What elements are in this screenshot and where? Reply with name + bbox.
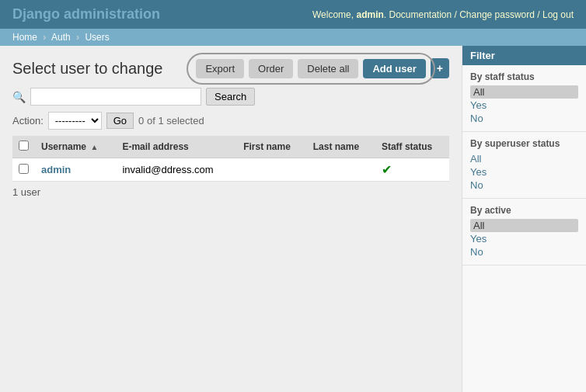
filter-title: Filter [462,46,586,65]
content-wrapper: Select user to change Export Order Delet… [0,46,586,392]
col-header-checkbox [12,136,35,158]
breadcrumb-current: Users [85,32,109,43]
admin-username-link[interactable]: admin [356,9,383,20]
col-header-username[interactable]: Username ▲ [35,136,116,158]
change-password-link[interactable]: Change password [459,9,535,20]
go-button[interactable]: Go [106,113,134,129]
main-content: Select user to change Export Order Delet… [0,46,462,392]
row-lastname-cell [307,158,375,182]
col-header-firstname: First name [237,136,307,158]
export-button[interactable]: Export [196,59,244,78]
filter-staff-yes[interactable]: Yes [470,99,578,112]
logout-link[interactable]: Log out [542,9,574,20]
filter-staff-no[interactable]: No [470,112,578,125]
search-input[interactable] [30,88,201,106]
plus-button[interactable]: + [431,58,449,78]
action-label: Action: [12,115,44,127]
col-header-email: E-mail address [116,136,237,158]
table-body: admin invalid@ddress.com ✔ [12,158,449,182]
breadcrumbs: Home › Auth › Users [0,29,586,46]
header-right: Welcome, admin. Documentation / Change p… [312,9,574,20]
action-select[interactable]: --------- [48,112,102,130]
table-header-row: Username ▲ E-mail address First name Las… [12,136,449,158]
breadcrumb-auth[interactable]: Auth [51,32,71,43]
email-value: invalid@ddress.com [122,164,213,175]
row-firstname-cell [237,158,307,182]
username-link[interactable]: admin [41,164,71,175]
action-bar: Action: --------- Go 0 of 1 selected [12,112,449,130]
filter-active-all[interactable]: All [470,219,578,232]
sidebar: Filter By staff status All Yes No By sup… [462,46,586,392]
row-staffstatus-cell: ✔ [375,158,449,182]
page-title: Select user to change [12,60,162,78]
filter-section-staff-title: By staff status [470,71,578,82]
button-highlight-group: Export Order Delete all Add user [196,59,425,78]
breadcrumb-separator-2: › [76,32,79,43]
row-username-cell: admin [35,158,116,182]
filter-superuser-yes[interactable]: Yes [470,165,578,179]
search-bar: 🔍 Search [12,88,449,106]
filter-section-active-title: By active [470,205,578,216]
staff-status-icon: ✔ [382,163,392,176]
result-count: 1 user [12,182,449,203]
select-all-checkbox[interactable] [19,140,29,151]
col-header-staffstatus: Staff status [375,136,449,158]
header: Django administration Welcome, admin. Do… [0,0,586,29]
page-header: Select user to change Export Order Delet… [12,58,449,78]
filter-active-no[interactable]: No [470,245,578,258]
action-buttons: Export Order Delete all Add user + [196,58,449,78]
filter-active-yes[interactable]: Yes [470,232,578,245]
row-checkbox-cell [12,158,35,182]
sort-arrow-username: ▲ [90,143,98,151]
row-checkbox[interactable] [19,164,29,174]
add-user-button[interactable]: Add user [363,59,425,78]
breadcrumb-separator-1: › [43,32,46,43]
filter-section-staff: By staff status All Yes No [462,65,586,132]
filter-superuser-all[interactable]: All [470,152,578,165]
col-header-lastname: Last name [307,136,375,158]
delete-all-button[interactable]: Delete all [298,59,358,78]
welcome-text: Welcome, [312,9,354,20]
filter-superuser-no[interactable]: No [470,179,578,192]
filter-staff-all[interactable]: All [470,85,578,99]
breadcrumb-home[interactable]: Home [12,32,37,43]
filter-section-superuser-title: By superuser status [470,138,578,149]
order-button[interactable]: Order [249,59,293,78]
filter-section-active: By active All Yes No [462,199,586,265]
filter-section-superuser: By superuser status All Yes No [462,132,586,199]
site-title: Django administration [12,6,160,23]
selected-count: 0 of 1 selected [138,115,204,127]
table-row: admin invalid@ddress.com ✔ [12,158,449,182]
row-email-cell: invalid@ddress.com [116,158,237,182]
search-icon: 🔍 [12,91,26,103]
search-button[interactable]: Search [206,88,255,106]
results-table: Username ▲ E-mail address First name Las… [12,136,449,182]
documentation-link[interactable]: Documentation [389,9,452,20]
